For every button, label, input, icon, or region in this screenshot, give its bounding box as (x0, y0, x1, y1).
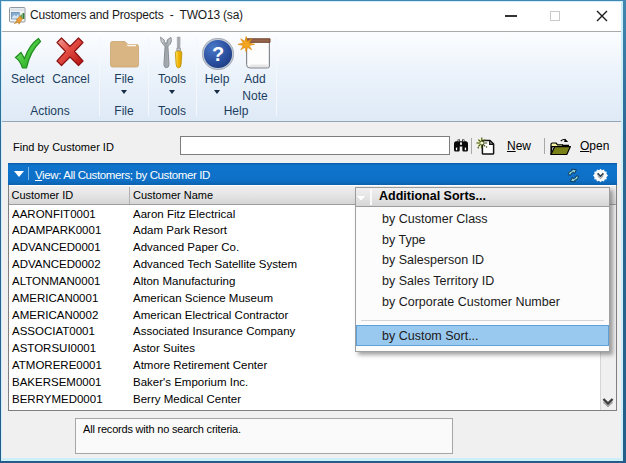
svg-text:?: ? (212, 43, 224, 65)
